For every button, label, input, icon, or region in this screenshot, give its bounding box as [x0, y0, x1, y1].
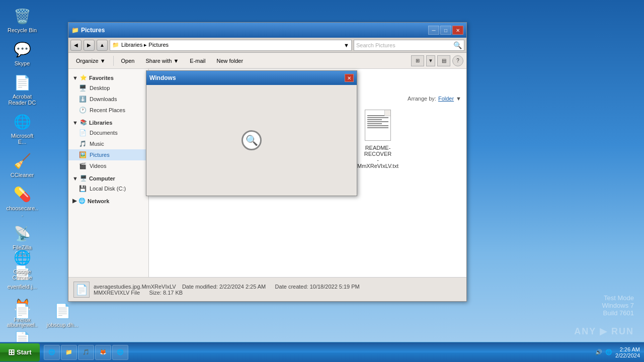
address-dropdown-icon[interactable]: ▼ [344, 42, 349, 48]
taskbar-firefox[interactable]: 🦊 [95, 345, 111, 360]
organize-button[interactable]: Organize ▼ [71, 54, 110, 67]
libraries-label: Libraries [89, 120, 112, 126]
organize-label: Organize [76, 58, 99, 64]
new-folder-button[interactable]: New folder [212, 54, 248, 67]
desktop-icon-recycle-bin[interactable]: 🗑️ Recycle Bin [4, 4, 40, 35]
recycle-bin-label: Recycle Bin [8, 27, 37, 33]
toolbar-separator-1 [113, 56, 114, 66]
dialog-title: Windows [149, 74, 345, 81]
taskbar-edge2[interactable]: 🌐 [112, 345, 128, 360]
email-button[interactable]: E-mail [185, 54, 210, 67]
pictures-sidebar-label: Pictures [90, 152, 110, 158]
sidebar-computer-section: ▼ 🖥️ Computer 💾 Local Disk (C:) [68, 173, 148, 194]
explorer-title-icon: 📁 [71, 27, 79, 34]
arrange-dropdown[interactable]: Folder [438, 96, 454, 102]
taskbar-items: 🌐 📁 🎵 🦊 🌐 [42, 345, 591, 360]
sidebar-computer-header[interactable]: ▼ 🖥️ Computer [68, 173, 148, 183]
downloads-sidebar-label: Downloads [90, 96, 117, 102]
search-icon[interactable]: 🔍 [453, 41, 462, 49]
sidebar-item-documents[interactable]: 📄 Documents [68, 127, 148, 138]
sidebar-item-downloads[interactable]: ⬇️ Downloads [68, 94, 148, 105]
desktop-icon-acrobat[interactable]: 📄 Acrobat Reader DC [4, 70, 40, 108]
computer-label: Computer [89, 175, 115, 182]
desktop-icon-choosecare[interactable]: 💊 choosecare... [4, 182, 40, 219]
up-button[interactable]: ▲ [97, 40, 108, 51]
acrobat-icon: 📄 [12, 72, 32, 93]
back-button[interactable]: ◀ [70, 40, 82, 51]
desktop-icon-skype[interactable]: 💬 Skype [4, 37, 40, 68]
sidebar: ▼ ⭐ Favorites 🖥️ Desktop ⬇️ Downloads 🕐 … [68, 69, 149, 277]
test-mode-badge: Test Mode Windows 7 Build 7601 [602, 294, 634, 317]
status-filename: averagestudies.jpg.MmXReVIxLV [94, 284, 176, 290]
share-with-label: Share with [145, 58, 172, 64]
tray-network-icon[interactable]: 🌐 [605, 349, 612, 355]
albumjewel-icon: 📄 [12, 301, 32, 321]
sidebar-favorites-section: ▼ ⭐ Favorites 🖥️ Desktop ⬇️ Downloads 🕐 … [68, 73, 148, 116]
jobscup-label: jobscup.dh... [47, 322, 78, 328]
choosecare-label: choosecare... [6, 205, 38, 217]
desktop-sidebar-icon: 🖥️ [78, 84, 87, 92]
window-controls: ─ □ ✕ [428, 26, 463, 35]
maximize-button[interactable]: □ [440, 26, 451, 35]
filezilla-icon: 📡 [12, 223, 32, 243]
close-button[interactable]: ✕ [452, 26, 463, 35]
taskbar-explorer[interactable]: 📁 [61, 345, 77, 360]
sidebar-network-section: ▶ 🌐 Network [68, 196, 148, 206]
ccleaner-label: CCleaner [11, 172, 34, 178]
libraries-icon: 📚 [80, 119, 87, 126]
minimize-button[interactable]: ─ [428, 26, 439, 35]
address-path[interactable]: 📁 Libraries ▸ Pictures ▼ [110, 40, 352, 51]
view-change-button[interactable]: ⊞ [411, 55, 424, 66]
desktop-icon-edge[interactable]: 🌐 Microsoft E... [4, 110, 40, 147]
view-dropdown-button[interactable]: ▼ [426, 55, 435, 66]
taskbar-tray: 🔊 🌐 2:26 AM 2/22/2024 [591, 346, 644, 358]
desktop-icon-jobscup[interactable]: 📄 jobscup.dh... [44, 299, 80, 336]
sidebar-item-videos[interactable]: 🎬 Videos [68, 160, 148, 171]
desktop-icon-chrome[interactable]: 🌐 Google Chrome [4, 245, 40, 283]
tray-volume-icon[interactable]: 🔊 [595, 349, 602, 355]
anyrun-text: ANY ▶ RUN [574, 326, 634, 337]
arrange-expand-icon[interactable]: ▼ [456, 96, 461, 102]
windows-dialog: Windows ✕ 🔍 [146, 70, 357, 196]
local-disk-icon: 💾 [78, 185, 87, 193]
sidebar-network-header[interactable]: ▶ 🌐 Network [68, 196, 148, 206]
sidebar-item-recent-places[interactable]: 🕐 Recent Places [68, 105, 148, 116]
forward-button[interactable]: ▶ [84, 40, 95, 51]
sidebar-item-music[interactable]: 🎵 Music [68, 138, 148, 149]
pictures-sidebar-icon: 🖼️ [78, 151, 87, 159]
sidebar-item-local-disk[interactable]: 💾 Local Disk (C:) [68, 183, 148, 194]
taskbar-media[interactable]: 🎵 [78, 345, 94, 360]
share-dropdown-icon: ▼ [173, 58, 179, 64]
sidebar-libraries-header[interactable]: ▼ 📚 Libraries [68, 118, 148, 127]
help-button[interactable]: ? [452, 55, 463, 66]
sidebar-item-desktop[interactable]: 🖥️ Desktop [68, 82, 148, 94]
favorites-star-icon: ⭐ [80, 74, 87, 81]
desktop-sidebar-label: Desktop [90, 85, 110, 91]
preview-pane-button[interactable]: ▤ [437, 55, 450, 66]
documents-icon: 📄 [78, 129, 87, 137]
anyrun-watermark: ANY ▶ RUN [574, 326, 634, 337]
music-icon: 🎵 [78, 140, 87, 148]
jobscup-icon: 📄 [52, 301, 72, 321]
start-label: Start [17, 348, 32, 356]
skype-label: Skype [15, 60, 30, 66]
recent-places-icon: 🕐 [78, 106, 87, 114]
address-text: Libraries ▸ Pictures [121, 42, 169, 48]
start-button[interactable]: ⊞ Start [0, 343, 40, 361]
toolbar-right: ⊞ ▼ ▤ ? [411, 55, 463, 66]
desktop-icon-ccleaner[interactable]: 🧹 CCleaner [4, 149, 40, 180]
search-box[interactable]: Search Pictures 🔍 [354, 40, 464, 51]
computer-expand-icon: ▼ [72, 175, 78, 182]
file-item-readme[interactable]: README-RECOVER-MmXReVIxLV.txt [355, 106, 400, 171]
dialog-close-button[interactable]: ✕ [345, 74, 354, 82]
local-disk-label: Local Disk (C:) [90, 186, 126, 192]
taskbar-ie[interactable]: 🌐 [44, 345, 60, 360]
desktop-icon-albumjewel[interactable]: 📄 albumjewel... [4, 299, 40, 336]
open-button[interactable]: Open [117, 54, 139, 67]
system-time: 2:26 AM 2/22/2024 [615, 346, 640, 358]
sidebar-favorites-header[interactable]: ▼ ⭐ Favorites [68, 73, 148, 82]
new-folder-label: New folder [217, 58, 244, 64]
sidebar-item-pictures[interactable]: 🖼️ Pictures [68, 149, 148, 160]
address-icon: 📁 [112, 42, 119, 48]
share-with-button[interactable]: Share with ▼ [141, 54, 183, 67]
